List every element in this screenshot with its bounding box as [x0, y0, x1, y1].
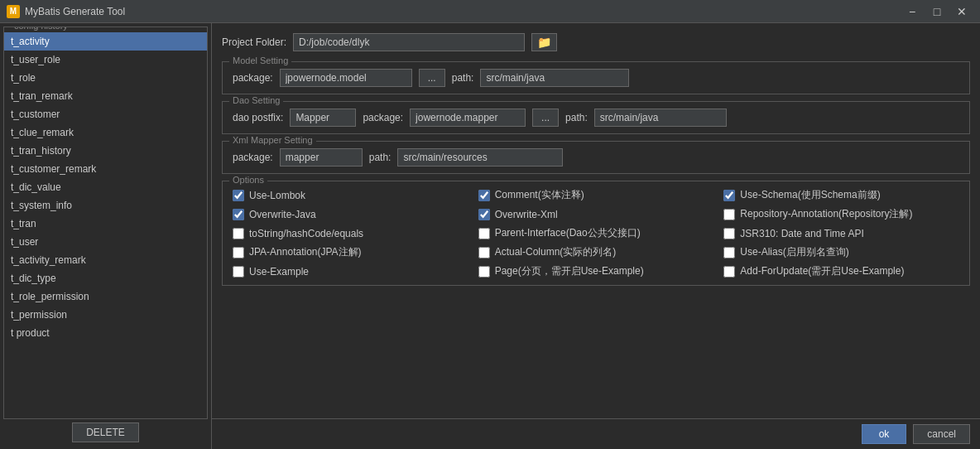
dao-setting-row: dao postfix: package: ... path:: [233, 109, 959, 127]
option-checkbox[interactable]: [233, 247, 244, 258]
model-package-input[interactable]: [280, 69, 412, 87]
option-item: toString/hashCode/equals: [233, 226, 468, 240]
sidebar-item[interactable]: t product: [4, 324, 207, 342]
xml-package-label: package:: [233, 152, 273, 163]
option-item: Repository-Annotation(Repository注解): [723, 207, 959, 221]
option-checkbox[interactable]: [478, 247, 490, 258]
option-item: Use-Schema(使用Schema前缀): [723, 188, 959, 202]
dao-postfix-label: dao postfix:: [233, 112, 283, 123]
option-checkbox[interactable]: [233, 190, 244, 201]
sidebar-item[interactable]: t_customer_remark: [4, 160, 207, 178]
dao-setting-title: Dao Setting: [229, 95, 283, 105]
option-label: JSR310: Date and Time API: [740, 228, 863, 239]
close-button[interactable]: ✕: [950, 3, 973, 20]
options-section: Options Use-LombokComment(实体注释)Use-Schem…: [222, 181, 970, 286]
right-content: Project Folder: 📁 Model Setting package:…: [212, 23, 980, 418]
sidebar-item[interactable]: t_user: [4, 233, 207, 251]
dao-postfix-input[interactable]: [290, 109, 356, 127]
config-history-group: config history t_activityt_user_rolet_ro…: [3, 27, 208, 419]
option-item: Add-ForUpdate(需开启Use-Example): [723, 264, 959, 278]
minimize-button[interactable]: −: [901, 3, 924, 20]
footer: ok cancel: [212, 418, 980, 449]
dao-setting-section: Dao Setting dao postfix: package: ... pa…: [222, 101, 970, 134]
sidebar-item[interactable]: t_tran: [4, 215, 207, 233]
option-checkbox[interactable]: [478, 190, 490, 201]
option-label: Comment(实体注释): [495, 188, 584, 202]
xml-mapper-setting-title: Xml Mapper Setting: [229, 135, 316, 145]
sidebar-item[interactable]: t_clue_remark: [4, 123, 207, 142]
option-checkbox[interactable]: [233, 228, 244, 239]
sidebar-list[interactable]: t_activityt_user_rolet_rolet_tran_remark…: [4, 32, 207, 418]
model-setting-title: Model Setting: [229, 56, 291, 65]
sidebar-item[interactable]: t_dic_value: [4, 178, 207, 196]
option-item: Comment(实体注释): [478, 188, 714, 202]
model-setting-section: Model Setting package: ... path:: [222, 61, 970, 94]
option-checkbox[interactable]: [723, 247, 735, 258]
option-checkbox[interactable]: [478, 209, 490, 220]
dao-package-browse-button[interactable]: ...: [532, 109, 559, 127]
sidebar-item[interactable]: t_role_permission: [4, 287, 207, 306]
maximize-button[interactable]: □: [925, 3, 949, 20]
option-item: Overwrite-Xml: [478, 207, 714, 221]
project-folder-browse-button[interactable]: 📁: [531, 33, 557, 51]
sidebar-item[interactable]: t_activity: [4, 32, 207, 51]
sidebar-item[interactable]: t_permission: [4, 306, 207, 324]
option-checkbox[interactable]: [478, 266, 490, 278]
dao-path-input[interactable]: [594, 109, 727, 127]
sidebar-item[interactable]: t_tran_history: [4, 142, 207, 160]
xml-package-input[interactable]: [280, 148, 363, 167]
sidebar-item[interactable]: t_user_role: [4, 51, 207, 69]
config-history-label: config history: [11, 27, 71, 31]
option-item: JSR310: Date and Time API: [723, 226, 959, 240]
option-checkbox[interactable]: [233, 266, 244, 278]
option-label: JPA-Annotation(JPA注解): [249, 245, 362, 259]
dao-package-input[interactable]: [410, 109, 526, 127]
ok-button[interactable]: ok: [862, 424, 907, 444]
option-checkbox[interactable]: [723, 228, 735, 239]
right-panel: Project Folder: 📁 Model Setting package:…: [212, 23, 980, 449]
dao-path-label: path:: [565, 112, 588, 123]
option-label: Add-ForUpdate(需开启Use-Example): [740, 264, 904, 278]
option-label: Use-Lombok: [249, 190, 305, 201]
model-path-label: path:: [452, 72, 474, 84]
option-item: Parent-Interface(Dao公共父接口): [478, 226, 714, 240]
option-item: Actual-Column(实际的列名): [478, 245, 714, 259]
option-label: Repository-Annotation(Repository注解): [740, 207, 912, 221]
sidebar-item[interactable]: t_tran_remark: [4, 87, 207, 105]
sidebar: config history t_activityt_user_rolet_ro…: [0, 23, 212, 449]
title-bar: M MyBatis Generate Tool − □ ✕: [0, 0, 980, 23]
model-package-browse-button[interactable]: ...: [419, 69, 445, 87]
project-folder-input[interactable]: [293, 33, 525, 51]
option-label: Use-Alias(启用别名查询): [740, 245, 848, 259]
option-checkbox[interactable]: [233, 209, 244, 220]
option-item: Use-Lombok: [233, 188, 468, 202]
sidebar-item[interactable]: t_role: [4, 69, 207, 87]
option-item: Use-Alias(启用别名查询): [723, 245, 959, 259]
window-controls: − □ ✕: [901, 3, 973, 20]
options-grid: Use-LombokComment(实体注释)Use-Schema(使用Sche…: [233, 188, 959, 278]
cancel-button[interactable]: cancel: [913, 424, 970, 444]
option-checkbox[interactable]: [723, 190, 735, 201]
app-icon: M: [7, 5, 20, 18]
option-checkbox[interactable]: [478, 228, 490, 239]
sidebar-item[interactable]: t_activity_remark: [4, 251, 207, 269]
option-checkbox[interactable]: [723, 266, 735, 278]
option-label: Overwrite-Xml: [495, 209, 558, 220]
model-package-label: package:: [233, 72, 273, 84]
option-label: Parent-Interface(Dao公共父接口): [495, 226, 641, 240]
option-label: Actual-Column(实际的列名): [495, 245, 617, 259]
sidebar-item[interactable]: t_dic_type: [4, 269, 207, 287]
option-checkbox[interactable]: [723, 209, 735, 220]
delete-button[interactable]: DELETE: [72, 422, 139, 442]
option-label: Use-Example: [249, 266, 309, 278]
dialog-body: config history t_activityt_user_rolet_ro…: [0, 23, 980, 449]
xml-path-input[interactable]: [397, 148, 563, 167]
dialog: M MyBatis Generate Tool − □ ✕ config his…: [0, 0, 980, 449]
xml-mapper-setting-section: Xml Mapper Setting package: path:: [222, 141, 970, 174]
option-item: JPA-Annotation(JPA注解): [233, 245, 468, 259]
option-item: Page(分页，需开启Use-Example): [478, 264, 714, 278]
project-folder-row: Project Folder: 📁: [222, 30, 970, 55]
sidebar-item[interactable]: t_system_info: [4, 196, 207, 215]
sidebar-item[interactable]: t_customer: [4, 105, 207, 123]
model-path-input[interactable]: [480, 69, 629, 87]
